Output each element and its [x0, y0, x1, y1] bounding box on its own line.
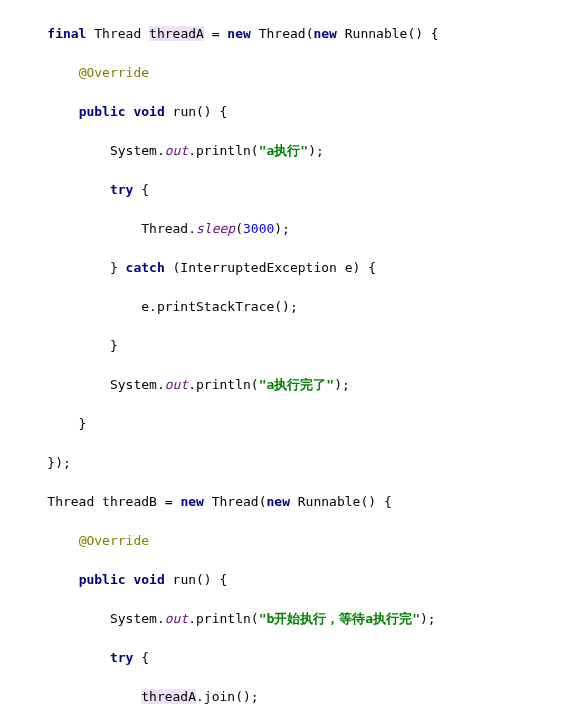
string-literal: "b开始执行，等待a执行完" — [259, 611, 420, 626]
code-line: Thread threadB = new Thread(new Runnable… — [16, 492, 584, 512]
number-literal: 3000 — [243, 221, 274, 236]
code-line: threadA.join(); — [16, 687, 584, 707]
code-line: public void run() { — [16, 102, 584, 122]
string-literal: "a执行完了" — [259, 377, 334, 392]
variable-threadA: threadA — [141, 689, 196, 704]
code-line: try { — [16, 648, 584, 668]
code-line: }); — [16, 453, 584, 473]
code-line: } catch (InterruptedException e) { — [16, 258, 584, 278]
annotation-override: @Override — [79, 533, 149, 548]
code-line: public void run() { — [16, 570, 584, 590]
code-line: } — [16, 336, 584, 356]
code-line: final Thread threadA = new Thread(new Ru… — [16, 24, 584, 44]
code-line: @Override — [16, 63, 584, 83]
code-line: System.out.println("a执行"); — [16, 141, 584, 161]
code-line: System.out.println("b开始执行，等待a执行完"); — [16, 609, 584, 629]
code-line: @Override — [16, 531, 584, 551]
code-line: } — [16, 414, 584, 434]
code-editor[interactable]: final Thread threadA = new Thread(new Ru… — [0, 0, 584, 715]
code-line: System.out.println("a执行完了"); — [16, 375, 584, 395]
string-literal: "a执行" — [259, 143, 308, 158]
code-line: e.printStackTrace(); — [16, 297, 584, 317]
code-line: Thread.sleep(3000); — [16, 219, 584, 239]
code-line: try { — [16, 180, 584, 200]
variable-threadA: threadA — [149, 26, 204, 41]
annotation-override: @Override — [79, 65, 149, 80]
